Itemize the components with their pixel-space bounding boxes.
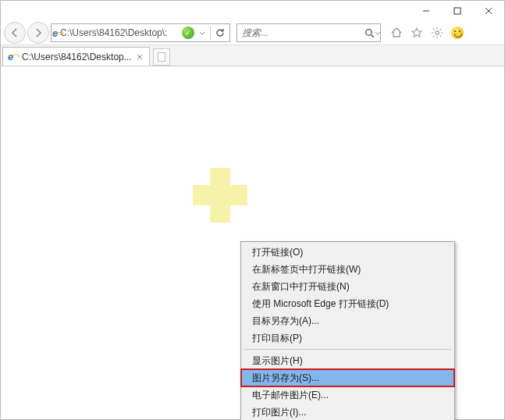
titlebar — [1, 1, 504, 21]
toolbar-right — [389, 25, 465, 41]
feedback-smiley-icon[interactable] — [450, 25, 465, 41]
context-menu: 打开链接(O)在新标签页中打开链接(W)在新窗口中打开链接(N)使用 Micro… — [240, 241, 455, 420]
address-input[interactable] — [59, 25, 179, 41]
tab-active[interactable]: e C:\Users\84162\Desktop... — [2, 47, 150, 66]
page-content: 打开链接(O)在新标签页中打开链接(W)在新窗口中打开链接(N)使用 Micro… — [1, 66, 504, 419]
search-bar[interactable] — [236, 23, 381, 42]
ie-icon: e — [8, 52, 19, 62]
context-menu-item[interactable]: 电子邮件图片(E)... — [241, 386, 454, 404]
svg-line-5 — [372, 34, 374, 37]
search-input[interactable] — [237, 27, 365, 38]
context-menu-item[interactable]: 目标另存为(A)... — [241, 312, 454, 329]
svg-rect-1 — [454, 8, 461, 14]
address-dropdown-icon[interactable] — [197, 31, 207, 35]
address-bar[interactable]: e ✓ — [51, 23, 230, 42]
context-menu-item[interactable]: 图片另存为(S)... — [241, 369, 454, 386]
tab-label: C:\Users\84162\Desktop... — [22, 52, 132, 62]
svg-point-6 — [436, 31, 439, 35]
context-menu-item[interactable]: 显示图片(H) — [241, 352, 454, 369]
tabstrip: e C:\Users\84162\Desktop... — [1, 44, 504, 66]
new-tab-button[interactable] — [153, 48, 170, 66]
browser-window: e ✓ — [0, 0, 505, 420]
ie-icon: e — [52, 28, 59, 38]
minimize-button[interactable] — [411, 1, 442, 21]
context-menu-item[interactable]: 在新标签页中打开链接(W) — [241, 261, 454, 278]
forward-button[interactable] — [27, 22, 49, 44]
context-menu-item[interactable]: 打开链接(O) — [241, 244, 454, 261]
context-menu-item[interactable]: 使用 Microsoft Edge 打开链接(D) — [241, 295, 454, 312]
home-icon[interactable] — [389, 25, 404, 41]
search-dropdown-icon[interactable] — [375, 31, 381, 35]
favorites-icon[interactable] — [409, 25, 425, 41]
context-menu-item[interactable]: 打印目标(P) — [241, 329, 454, 347]
broken-image-placeholder[interactable] — [193, 168, 247, 222]
search-icon[interactable] — [365, 28, 375, 38]
tab-close-icon[interactable] — [135, 52, 144, 62]
close-button[interactable] — [473, 1, 504, 21]
menu-separator — [244, 349, 451, 350]
context-menu-item[interactable]: 在新窗口中打开链接(N) — [241, 278, 454, 295]
svg-point-4 — [366, 29, 372, 35]
separator — [210, 27, 211, 39]
refresh-button[interactable] — [214, 28, 226, 37]
back-button[interactable] — [4, 22, 26, 44]
security-addon-icon[interactable]: ✓ — [182, 27, 194, 39]
navbar: e ✓ — [1, 21, 504, 44]
context-menu-item[interactable]: 打印图片(I)... — [241, 404, 454, 420]
maximize-button[interactable] — [442, 1, 473, 21]
settings-gear-icon[interactable] — [429, 25, 445, 41]
